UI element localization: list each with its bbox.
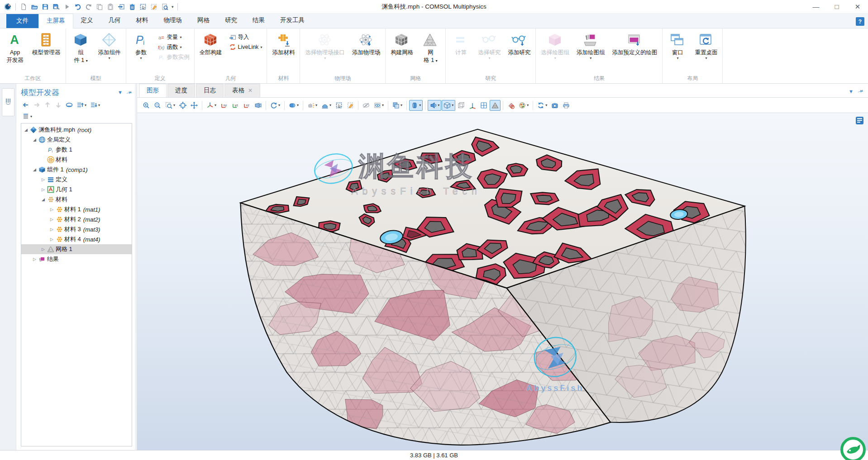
tree-expander[interactable]: ▷ xyxy=(49,217,55,222)
tree-expander[interactable]: ◢ xyxy=(23,128,29,132)
tree-expander[interactable]: ◢ xyxy=(40,197,46,202)
gfx-tool-view-xz[interactable]: xz xyxy=(241,100,252,111)
gfx-tool-print[interactable] xyxy=(561,100,572,111)
dropdown-arrow[interactable]: ▾ xyxy=(180,35,182,39)
minimize-button[interactable]: — xyxy=(806,0,826,13)
dropdown-arrow[interactable]: ▾ xyxy=(705,57,707,60)
ribbon-tab-研究[interactable]: 研究 xyxy=(217,14,245,28)
undo-button[interactable] xyxy=(73,2,83,12)
ribbon-tab-网格[interactable]: 网格 xyxy=(190,14,217,28)
ribbon-button-全部构建[interactable]: 全部构建 xyxy=(196,31,225,57)
dropdown-arrow[interactable]: ▾ xyxy=(108,57,110,60)
ribbon-tab-主屏幕[interactable]: 主屏幕 xyxy=(38,14,73,28)
dropdown-arrow[interactable]: ▾ xyxy=(590,57,591,60)
gfx-tool-update[interactable]: ▾ xyxy=(535,100,549,111)
ribbon-button-添加研究[interactable]: 添加研究 xyxy=(505,31,534,57)
ribbon-small-导入[interactable]: 导入 xyxy=(227,33,264,42)
gfx-tool-snapshot[interactable] xyxy=(549,100,560,111)
ribbon-tab-几何[interactable]: 几何 xyxy=(101,14,129,28)
ribbon-tab-材料[interactable]: 材料 xyxy=(129,14,156,28)
tree-item-结果[interactable]: ▷结果 xyxy=(21,254,132,264)
gfx-tool-axes-3d[interactable]: ▾ xyxy=(205,100,218,111)
gfx-tool-axis-widget[interactable] xyxy=(467,100,478,111)
tree-item-几何 1[interactable]: ▷几何 1 xyxy=(21,185,132,194)
graphics-menu-chevron-icon[interactable]: ▼ xyxy=(849,89,854,94)
ribbon-button-组件 1[interactable]: >组件 1 ▾ xyxy=(68,31,94,65)
gfx-tool-hide-objects[interactable] xyxy=(361,100,372,111)
dropdown-arrow[interactable]: ▾ xyxy=(324,57,326,60)
gfx-tool-clear-selection[interactable] xyxy=(345,100,356,111)
find-button[interactable] xyxy=(160,2,170,12)
ribbon-button-添加物理场[interactable]: 添加物理场 xyxy=(349,31,384,57)
graphics-pin-icon[interactable]: 📌︎ xyxy=(856,87,865,95)
ribbon-tab-开发工具[interactable]: 开发工具 xyxy=(272,14,312,28)
ribbon-button-添加材料[interactable]: 添加材料 xyxy=(269,31,298,57)
ribbon-tab-物理场[interactable]: 物理场 xyxy=(156,14,190,28)
graphics-tab-日志[interactable]: 日志 xyxy=(196,84,224,97)
redo-button[interactable] xyxy=(84,2,94,12)
ribbon-button-模型管理器[interactable]: 模型管理器 xyxy=(29,31,64,57)
gfx-tool-scene-cube[interactable]: ▾ xyxy=(442,100,455,111)
ribbon-button-参数[interactable]: Pi参数▾ xyxy=(128,31,154,61)
ribbon-button-添加预定义的绘图[interactable]: 添加预定义的绘图 xyxy=(609,31,660,57)
gfx-tool-mesh-toggle[interactable] xyxy=(490,100,501,111)
gfx-tool-select-rect[interactable] xyxy=(334,100,344,111)
tree-expander[interactable]: ▷ xyxy=(49,237,55,242)
ribbon-button-构建网格[interactable]: 构建网格 xyxy=(387,31,416,57)
tree-item-材料[interactable]: 材料 xyxy=(21,155,132,165)
gfx-tool-cut-plane[interactable]: ▾ xyxy=(428,100,441,111)
canvas-overlay-icon[interactable] xyxy=(856,117,863,124)
tree-expander[interactable]: ◢ xyxy=(32,138,38,142)
panel-pin-icon[interactable]: 📌︎ xyxy=(125,88,134,96)
gfx-tool-ambient-light[interactable]: ▾ xyxy=(320,100,333,111)
gfx-tool-zoom-in[interactable] xyxy=(141,100,152,111)
gfx-tool-perspective[interactable] xyxy=(253,100,263,111)
tab-close-icon[interactable]: ✕ xyxy=(248,87,253,94)
tree-item-材料[interactable]: ◢材料 xyxy=(21,194,132,204)
gfx-tool-grid[interactable] xyxy=(478,100,489,111)
gfx-tool-view-yz[interactable]: yz xyxy=(230,100,241,111)
ribbon-tab-结果[interactable]: 结果 xyxy=(245,14,272,28)
copy-button[interactable] xyxy=(95,2,105,12)
gfx-tool-scene-body[interactable]: ▾ xyxy=(287,100,300,111)
gfx-tool-zoom-extents[interactable] xyxy=(177,100,188,111)
gfx-tool-view-hidden[interactable]: ▾ xyxy=(372,100,386,111)
ribbon-button-网格 1[interactable]: 网格 1 ▾ xyxy=(417,31,444,65)
gfx-tool-appearance[interactable]: ▾ xyxy=(517,100,530,111)
graphics-canvas[interactable]: 渊鱼科技 AbyssFish Tech AbyssFish xyxy=(137,113,868,450)
dropdown-arrow[interactable]: ▾ xyxy=(488,57,490,60)
tree-item-材料 1[interactable]: ▷材料 1(mat1) xyxy=(21,204,132,214)
run-button[interactable] xyxy=(62,2,72,12)
tree-item-定义[interactable]: ▷定义 xyxy=(21,175,132,185)
ribbon-small-函数[interactable]: f(x)函数▾ xyxy=(156,43,191,52)
tree-expander[interactable]: ▷ xyxy=(40,247,46,251)
tab-file[interactable]: 文件 xyxy=(6,14,38,28)
ribbon-button-添加绘图组[interactable]: 添加绘图组▾ xyxy=(573,31,608,61)
ribbon-button-添加组件[interactable]: 添加组件▾ xyxy=(95,31,124,61)
maximize-button[interactable]: □ xyxy=(826,0,847,13)
close-button[interactable]: ✕ xyxy=(847,0,868,13)
gfx-tool-transparency[interactable]: ▾ xyxy=(391,100,404,111)
quick-access-dropdown[interactable]: ▾ xyxy=(171,5,175,9)
tree-expander[interactable]: ▷ xyxy=(40,187,46,192)
model-builder-vertical-tab[interactable] xyxy=(2,88,14,116)
ribbon-button-App开发器[interactable]: AApp开发器 xyxy=(2,31,28,65)
model-3d-view[interactable]: 渊鱼科技 AbyssFish Tech AbyssFish xyxy=(137,113,868,450)
gfx-tool-wireframe-cube[interactable] xyxy=(456,100,467,111)
mb-tool-collapse-list[interactable]: ▾ xyxy=(89,100,101,109)
tree-expander[interactable]: ▷ xyxy=(49,227,55,232)
ribbon-tab-定义[interactable]: 定义 xyxy=(73,14,101,28)
abyssfish-badge[interactable] xyxy=(839,436,867,460)
gfx-tool-headlight[interactable]: ▾ xyxy=(305,100,319,111)
tree-expander[interactable]: ▷ xyxy=(49,207,55,212)
gfx-tool-view-xy[interactable]: xy xyxy=(219,100,229,111)
paste-into-button[interactable] xyxy=(116,2,126,12)
tree-item-渊鱼科技.mph[interactable]: ◢渊鱼科技.mph(root) xyxy=(21,125,132,135)
dropdown-arrow[interactable]: ▾ xyxy=(180,45,182,49)
tree-item-材料 2[interactable]: ▷材料 2(mat2) xyxy=(21,214,132,224)
ribbon-button-重置桌面[interactable]: 重置桌面▾ xyxy=(692,31,720,61)
gfx-tool-zoom-box[interactable]: ▾ xyxy=(163,100,177,111)
save-as-button[interactable] xyxy=(51,2,61,12)
panel-menu-chevron-icon[interactable]: ▼ xyxy=(118,90,123,95)
gfx-tool-zoom-out[interactable] xyxy=(152,100,163,111)
